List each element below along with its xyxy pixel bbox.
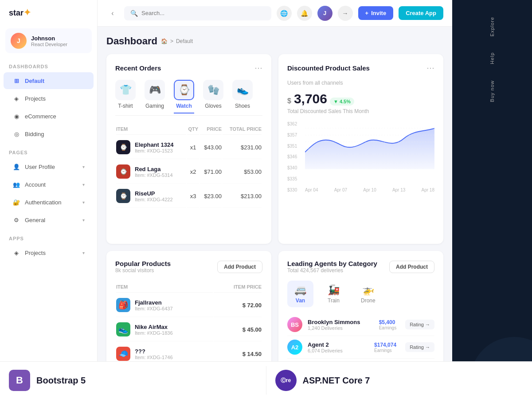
products-table: ITEM ITEM PRICE 🎒 Fjallraven Item: #XDG-… bbox=[115, 281, 262, 367]
tab-gaming[interactable]: 🎮 Gaming bbox=[145, 80, 165, 113]
order-item-name: Red Laga bbox=[135, 166, 173, 172]
gloves-icon: 🧤 bbox=[203, 80, 223, 100]
logo: star✦ bbox=[0, 0, 97, 25]
right-panel-explore[interactable]: Explore bbox=[452, 9, 532, 44]
invite-button[interactable]: + Invite bbox=[358, 6, 394, 20]
product-image: 🎒 bbox=[116, 298, 130, 312]
col-price: PRICE bbox=[200, 124, 222, 135]
right-panel-buy-now[interactable]: Buy now bbox=[452, 72, 532, 110]
tab-watch[interactable]: ⌚ Watch bbox=[174, 80, 194, 113]
order-item-image: ⌚ bbox=[116, 189, 130, 203]
create-app-button[interactable]: Create App bbox=[399, 6, 443, 20]
agent-rating-button[interactable]: Rating → bbox=[405, 342, 434, 352]
user-role: React Developer bbox=[31, 42, 67, 47]
topbar-avatar[interactable]: J bbox=[317, 6, 332, 21]
order-item-image: ⌚ bbox=[116, 140, 130, 154]
search-box[interactable]: 🔍 bbox=[124, 6, 271, 20]
chart-y-label: $362 bbox=[287, 121, 297, 126]
sidebar-item-label: User Profile bbox=[25, 164, 55, 170]
agent-tab-drone[interactable]: 🚁 Drone bbox=[354, 281, 383, 307]
product-id: Item: #XDG-1746 bbox=[135, 355, 173, 360]
avatar: J bbox=[11, 33, 27, 49]
sidebar-item-account[interactable]: 👥 Account ▾ bbox=[4, 176, 94, 193]
order-qty-cell: x3 bbox=[187, 184, 200, 208]
explore-label: Explore bbox=[489, 17, 495, 36]
agent-earnings: $5,400 bbox=[379, 319, 396, 325]
agent-tab-van[interactable]: 🚐 Van bbox=[287, 281, 313, 307]
right-panel-help[interactable]: Help bbox=[452, 44, 532, 72]
search-input[interactable] bbox=[141, 10, 265, 16]
sidebar-item-label: eCommerce bbox=[25, 113, 56, 120]
chart-y-label: $346 bbox=[287, 154, 297, 159]
agent-rating-button[interactable]: Rating → bbox=[405, 320, 434, 329]
main-area: ‹ 🔍 🌐 🔔 J → + Invite Create App Dashboar… bbox=[98, 0, 452, 399]
sidebar-toggle-button[interactable]: ‹ bbox=[106, 7, 119, 20]
chart-y-labels: $362$357$351$346$340$335$330 bbox=[287, 121, 297, 192]
agent-deliveries: 6,074 Deliveries bbox=[308, 348, 343, 353]
chart-y-label: $351 bbox=[287, 144, 297, 149]
add-product-button[interactable]: Add Product bbox=[217, 261, 262, 273]
sales-subtitle: Users from all channels bbox=[287, 80, 434, 86]
agent-tab-icon: 🚂 bbox=[328, 284, 340, 296]
sidebar-item-user-profile[interactable]: 👤 User Profile ▾ bbox=[4, 158, 94, 175]
sidebar-item-default[interactable]: ⊞ Default bbox=[4, 72, 94, 89]
recent-orders-title: Recent Orders bbox=[115, 64, 161, 72]
orders-table: ITEM QTY PRICE TOTAL PRICE ⌚ Elephant 13… bbox=[115, 123, 262, 209]
agent-avatar: BS bbox=[287, 317, 302, 332]
sidebar-item-label: Projects bbox=[25, 95, 46, 102]
tab-shoes[interactable]: 👟 Shoes bbox=[232, 80, 253, 113]
aspnet-label: ASP.NET Core 7 bbox=[303, 376, 370, 386]
pages-section-label: PAGES bbox=[0, 143, 97, 158]
projects-icon: ◈ bbox=[12, 94, 20, 102]
arrow-right-icon[interactable]: → bbox=[338, 6, 353, 21]
user-profile-card[interactable]: J Johnson React Developer bbox=[5, 28, 92, 53]
agent-earnings-label: Earnings bbox=[379, 325, 396, 330]
recent-orders-header: Recent Orders ⋯ bbox=[115, 63, 262, 73]
col-item: ITEM bbox=[116, 124, 186, 135]
apps-projects-icon: ◈ bbox=[12, 249, 20, 257]
breadcrumb-current: Default bbox=[176, 38, 193, 44]
tab-gloves[interactable]: 🧤 Gloves bbox=[203, 80, 223, 113]
sidebar-item-authentication[interactable]: 🔐 Authentication ▾ bbox=[4, 194, 94, 211]
globe-icon[interactable]: 🌐 bbox=[277, 6, 292, 21]
sales-value: $ 3,706 ▼ 4.5% bbox=[287, 91, 434, 106]
agent-name: Brooklyn Simmons bbox=[308, 319, 360, 325]
sidebar-item-apps-projects[interactable]: ◈ Projects ▾ bbox=[4, 244, 94, 261]
add-agent-product-button[interactable]: Add Product bbox=[389, 261, 434, 273]
agent-tab-label: Van bbox=[296, 297, 305, 304]
sidebar-item-general[interactable]: ⚙ General ▾ bbox=[4, 211, 94, 228]
chevron-down-icon: ▾ bbox=[82, 182, 85, 187]
bell-icon[interactable]: 🔔 bbox=[297, 6, 312, 21]
agent-tab-train[interactable]: 🚂 Train bbox=[321, 281, 347, 307]
discounted-sales-menu-icon[interactable]: ⋯ bbox=[426, 63, 434, 73]
recent-orders-card: Recent Orders ⋯ 👕 T-shirt 🎮 Gaming ⌚ Wat… bbox=[106, 54, 271, 244]
order-total-cell: $231.00 bbox=[223, 136, 262, 159]
tab-watch-label: Watch bbox=[176, 103, 192, 109]
agent-tab-icon: 🚁 bbox=[362, 284, 374, 296]
agent-avatar: A2 bbox=[287, 340, 302, 355]
chart-y-label: $357 bbox=[287, 133, 297, 137]
tab-tshirt[interactable]: 👕 T-shirt bbox=[115, 80, 136, 113]
sidebar-item-ecommerce[interactable]: ◉ eCommerce bbox=[4, 108, 94, 125]
logo-text: star✦ bbox=[9, 7, 31, 18]
sidebar-item-bidding[interactable]: ◎ Bidding bbox=[4, 125, 94, 142]
breadcrumb-home-icon[interactable]: 🏠 bbox=[161, 38, 168, 44]
order-item-image: ⌚ bbox=[116, 164, 130, 179]
gaming-icon: 🎮 bbox=[145, 80, 165, 100]
agent-earnings-label: Earnings bbox=[374, 348, 396, 353]
col-qty: QTY bbox=[187, 124, 200, 135]
order-price-cell: $71.00 bbox=[200, 160, 222, 184]
leading-agents-title: Leading Agents by Category bbox=[287, 260, 377, 267]
col-product-item: ITEM bbox=[116, 282, 213, 293]
order-total-cell: $213.00 bbox=[223, 184, 262, 208]
agent-name: Agent 2 bbox=[308, 341, 343, 348]
product-id: Item: #XDG-1836 bbox=[135, 330, 173, 336]
sidebar-item-projects[interactable]: ◈ Projects bbox=[4, 90, 94, 107]
chevron-down-icon: ▾ bbox=[82, 250, 85, 255]
recent-orders-menu-icon[interactable]: ⋯ bbox=[254, 63, 262, 73]
topbar: ‹ 🔍 🌐 🔔 J → + Invite Create App bbox=[98, 0, 452, 27]
order-item-cell: ⌚ Red Laga Item: #XDG-5314 bbox=[116, 160, 186, 184]
help-label: Help bbox=[489, 52, 495, 64]
chart-x-label: Apr 04 bbox=[305, 188, 318, 192]
tab-gaming-label: Gaming bbox=[145, 103, 164, 109]
